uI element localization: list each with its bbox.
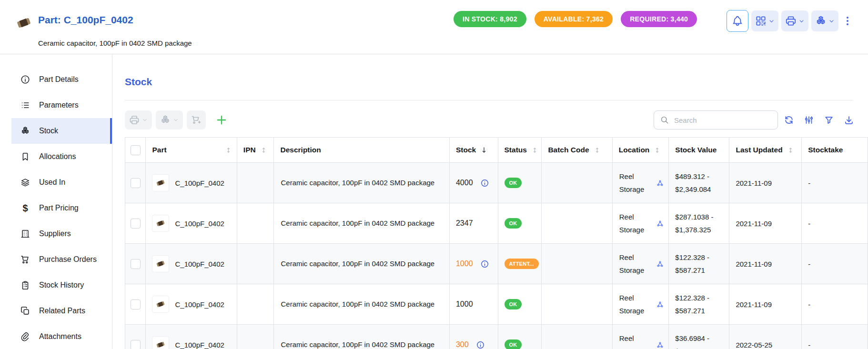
batch-code-cell bbox=[542, 203, 612, 244]
search-icon bbox=[660, 115, 669, 125]
ipn-cell bbox=[237, 163, 274, 203]
download-button[interactable] bbox=[844, 115, 854, 125]
sidebar-item-attachments[interactable]: Attachments bbox=[11, 324, 112, 349]
stock-menu-button[interactable] bbox=[811, 10, 838, 31]
info-circle-icon[interactable] bbox=[480, 179, 489, 188]
part-thumbnail bbox=[152, 336, 169, 349]
search-input[interactable] bbox=[673, 116, 777, 125]
row-checkbox[interactable] bbox=[131, 219, 141, 229]
chevron-down-icon bbox=[798, 18, 805, 25]
stock-row[interactable]: C_100pF_0402Ceramic capacitor, 100pF in … bbox=[125, 244, 868, 284]
column-header-location[interactable]: Location bbox=[612, 138, 669, 163]
print-actions-button[interactable] bbox=[125, 110, 152, 130]
column-header-updated[interactable]: Last Updated bbox=[729, 138, 802, 163]
table-header-row: PartIPNDescriptionStockStatusBatch CodeL… bbox=[125, 138, 868, 163]
row-checkbox[interactable] bbox=[131, 340, 141, 349]
last-updated-cell: 2021-11-09 bbox=[729, 244, 802, 284]
sort-both-icon bbox=[531, 147, 538, 154]
column-label: Stocktake bbox=[808, 146, 843, 154]
sidebar-item-stock-history[interactable]: Stock History bbox=[11, 272, 112, 298]
stock-value-cell: $489.312 - $2,349.084 bbox=[669, 163, 729, 203]
notifications-button[interactable] bbox=[727, 10, 748, 32]
sidebar-item-stock[interactable]: Stock bbox=[11, 118, 112, 144]
sidebar-item-allocations[interactable]: Allocations bbox=[11, 144, 112, 170]
status-badge: ATTENT... bbox=[505, 259, 539, 269]
table-toolbar-right bbox=[784, 115, 854, 125]
sidebar-item-parameters[interactable]: Parameters bbox=[11, 92, 112, 118]
stock-value-cell: $287.1038 - $1,378.325 bbox=[669, 203, 729, 244]
stock-row[interactable]: C_100pF_0402Ceramic capacitor, 100pF in … bbox=[125, 325, 868, 349]
sidebar-item-label: Parameters bbox=[39, 101, 79, 110]
column-header-stock[interactable]: Stock bbox=[449, 138, 498, 163]
sidebar-item-part-details[interactable]: Part Details bbox=[11, 67, 112, 92]
table-options-button[interactable] bbox=[804, 115, 814, 125]
status-badge: OK bbox=[505, 218, 522, 229]
download-icon bbox=[844, 115, 854, 125]
add-stock-item-button[interactable] bbox=[213, 110, 230, 130]
part-image[interactable] bbox=[13, 12, 34, 33]
part-thumbnail bbox=[152, 255, 169, 272]
column-label: Stock Value bbox=[675, 146, 717, 154]
column-label: Part bbox=[152, 146, 166, 154]
sidebar-item-purchase-orders[interactable]: Purchase Orders bbox=[11, 247, 112, 272]
part-header: Part: C_100pF_0402 Ceramic capacitor, 10… bbox=[0, 0, 868, 54]
batch-code-cell bbox=[542, 325, 612, 349]
stock-row[interactable]: C_100pF_0402Ceramic capacitor, 100pF in … bbox=[125, 284, 868, 325]
part-name: C_100pF_0402 bbox=[175, 341, 224, 349]
column-header-description[interactable]: Description bbox=[274, 138, 449, 163]
sidebar-item-used-in[interactable]: Used In bbox=[11, 170, 112, 195]
chevron-down-icon bbox=[828, 18, 835, 25]
sidebar-item-related-parts[interactable]: Related Parts bbox=[11, 298, 112, 324]
stock-row[interactable]: C_100pF_0402Ceramic capacitor, 100pF in … bbox=[125, 163, 868, 203]
sidebar-item-suppliers[interactable]: Suppliers bbox=[11, 221, 112, 247]
description-cell: Ceramic capacitor, 100pF in 0402 SMD pac… bbox=[274, 325, 449, 349]
info-circle-icon[interactable] bbox=[476, 340, 485, 349]
info-circle-icon[interactable] bbox=[480, 259, 489, 269]
available-badge: AVAILABLE: 7,362 bbox=[535, 11, 613, 27]
panel-divider bbox=[125, 100, 853, 100]
column-header-ipn[interactable]: IPN bbox=[237, 138, 274, 163]
overflow-menu-button[interactable] bbox=[841, 10, 854, 31]
row-checkbox[interactable] bbox=[131, 259, 141, 269]
sort-both-icon bbox=[260, 147, 267, 154]
sort-both-icon bbox=[654, 147, 661, 154]
search-box[interactable] bbox=[654, 110, 778, 130]
sidebar-item-part-pricing[interactable]: $Part Pricing bbox=[11, 195, 112, 221]
refresh-icon bbox=[784, 115, 794, 125]
batch-code-cell bbox=[542, 284, 612, 325]
column-header-value[interactable]: Stock Value bbox=[669, 138, 729, 163]
sidebar-item-label: Purchase Orders bbox=[39, 255, 97, 264]
status-badge: OK bbox=[505, 299, 522, 309]
status-badge: OK bbox=[505, 339, 522, 349]
column-header-stocktake[interactable]: Stocktake bbox=[802, 138, 868, 163]
sidebar-divider bbox=[112, 54, 112, 349]
part-thumbnail bbox=[152, 174, 169, 191]
currency-dollar-icon: $ bbox=[20, 203, 30, 214]
packages-icon bbox=[815, 15, 827, 27]
filter-icon bbox=[824, 115, 834, 125]
sitemap-icon bbox=[656, 301, 664, 308]
filters-button[interactable] bbox=[824, 115, 834, 125]
select-all-checkbox[interactable] bbox=[131, 145, 141, 155]
row-checkbox[interactable] bbox=[131, 178, 141, 188]
bell-icon bbox=[731, 15, 744, 27]
column-label: Last Updated bbox=[736, 146, 782, 154]
location-name: Reel Storage bbox=[619, 332, 652, 349]
info-circle-icon bbox=[20, 74, 30, 85]
row-checkbox[interactable] bbox=[131, 299, 141, 309]
refresh-button[interactable] bbox=[784, 115, 794, 125]
column-label: Status bbox=[505, 146, 527, 154]
column-header-status[interactable]: Status bbox=[498, 138, 542, 163]
column-label: Stock bbox=[456, 146, 476, 154]
order-stock-button[interactable] bbox=[187, 110, 206, 130]
print-menu-button[interactable] bbox=[781, 10, 808, 31]
stock-row[interactable]: C_100pF_0402Ceramic capacitor, 100pF in … bbox=[125, 203, 868, 244]
column-header-batch[interactable]: Batch Code bbox=[542, 138, 612, 163]
stock-table-wrap: PartIPNDescriptionStockStatusBatch CodeL… bbox=[125, 137, 868, 349]
barcode-menu-button[interactable] bbox=[751, 10, 778, 31]
stocktake-cell: - bbox=[802, 163, 868, 203]
column-header-part[interactable]: Part bbox=[146, 138, 237, 163]
location-name: Reel Storage bbox=[619, 251, 652, 277]
stock-actions-button[interactable] bbox=[156, 110, 183, 130]
sidebar-item-label: Allocations bbox=[39, 152, 76, 161]
